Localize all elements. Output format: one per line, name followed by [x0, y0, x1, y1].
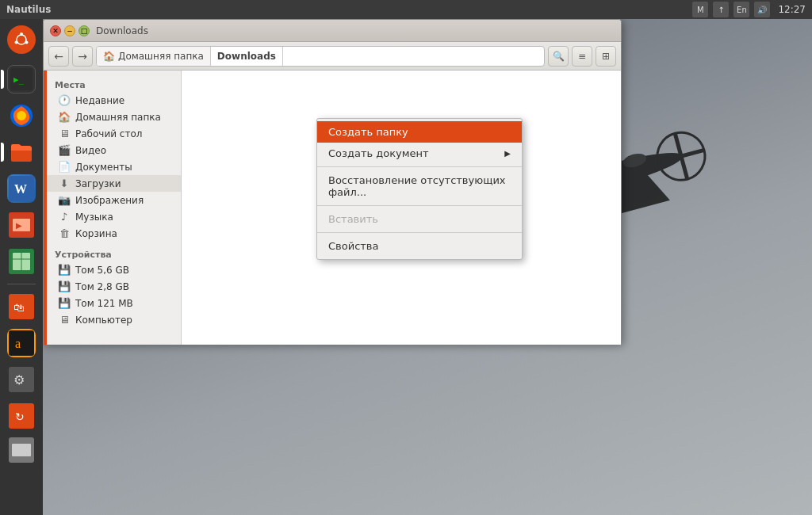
svg-point-10: [15, 41, 18, 44]
firefox-icon: [7, 101, 36, 130]
launcher-item-updater[interactable]: ↻: [4, 399, 39, 433]
minimize-button[interactable]: −: [64, 25, 75, 36]
context-separator-1: [317, 166, 522, 167]
downloads-icon: ⬇: [58, 177, 71, 189]
files-icon: [7, 138, 36, 166]
home-breadcrumb-label: Домашняя папка: [118, 51, 204, 62]
home-icon: 🏠: [103, 51, 115, 62]
sidebar-item-documents-label: Документы: [75, 162, 132, 173]
context-create-document[interactable]: Создать документ ▶: [317, 143, 522, 164]
svg-text:▶: ▶: [16, 221, 22, 230]
svg-text:↻: ↻: [15, 410, 25, 423]
launcher-item-files[interactable]: [4, 135, 39, 170]
svg-text:▶_: ▶_: [13, 74, 25, 85]
content-area: Места 🕐 Недавние 🏠 Домашняя папка 🖥 Рабо…: [44, 71, 621, 345]
launcher-item-impress[interactable]: ▶: [4, 208, 39, 242]
sidebar-item-computer[interactable]: 🖥 Компьютер: [47, 311, 181, 328]
sidebar-item-recent[interactable]: 🕐 Недавние: [47, 92, 181, 109]
sidebar-item-vol1[interactable]: 💾 Том 5,6 GB: [47, 261, 181, 278]
sidebar-item-vol3[interactable]: 💾 Том 121 MB: [47, 295, 181, 311]
titlebar: ✕ − □ Downloads: [44, 20, 621, 42]
sidebar-item-downloads-label: Загрузки: [75, 178, 121, 189]
search-button[interactable]: 🔍: [548, 46, 569, 67]
list-view-button[interactable]: ≡: [572, 46, 592, 67]
sidebar-item-vol2-label: Том 2,8 GB: [75, 281, 129, 292]
launcher-item-calc[interactable]: [4, 244, 39, 279]
context-restore-files-label: Восстановление отсутствующих файл...: [328, 174, 511, 198]
svg-text:a: a: [15, 337, 21, 350]
context-create-folder[interactable]: Создать папку: [317, 121, 522, 143]
launcher-item-tools[interactable]: ⚙: [4, 362, 39, 397]
videos-icon: 🎬: [58, 144, 71, 156]
trash-icon: 🗑: [58, 227, 71, 239]
maximize-button[interactable]: □: [79, 25, 90, 36]
launcher-divider: [7, 284, 36, 284]
forward-button[interactable]: →: [72, 46, 93, 67]
grid-view-button[interactable]: ⊞: [596, 46, 616, 67]
svg-text:⚙: ⚙: [13, 372, 25, 387]
sidebar-item-home-label: Домашняя папка: [75, 112, 161, 123]
svg-point-11: [25, 41, 29, 44]
context-properties-label: Свойства: [328, 240, 379, 252]
sidebar-item-videos-label: Видео: [75, 145, 106, 156]
svg-text:W: W: [14, 182, 27, 196]
messaging-icon[interactable]: M: [692, 2, 708, 17]
context-properties[interactable]: Свойства: [317, 235, 522, 257]
launcher-item-appcenter[interactable]: 🛍: [4, 289, 39, 324]
svg-rect-35: [12, 444, 31, 456]
documents-icon: 📄: [58, 161, 71, 173]
sidebar-item-pictures-label: Изображения: [75, 195, 144, 206]
sidebar: Места 🕐 Недавние 🏠 Домашняя папка 🖥 Рабо…: [47, 71, 182, 345]
sidebar-item-music[interactable]: ♪ Музыка: [47, 208, 181, 225]
launcher-item-ubuntu[interactable]: [4, 22, 39, 57]
sidebar-item-pictures[interactable]: 📷 Изображения: [47, 192, 181, 208]
sidebar-item-trash-label: Корзина: [75, 228, 117, 239]
context-separator-2: [317, 205, 522, 206]
launcher-item-amazon[interactable]: a: [4, 326, 39, 360]
sidebar-item-videos[interactable]: 🎬 Видео: [47, 142, 181, 158]
desktop-icon: 🖥: [58, 128, 71, 139]
home-sidebar-icon: 🏠: [58, 111, 71, 123]
sidebar-item-documents[interactable]: 📄 Документы: [47, 158, 181, 175]
app-menu-label[interactable]: Nautilus: [6, 4, 51, 15]
back-button[interactable]: ←: [48, 46, 69, 67]
tools-icon: ⚙: [7, 365, 36, 394]
sidebar-item-vol2[interactable]: 💾 Том 2,8 GB: [47, 278, 181, 295]
svg-point-15: [17, 111, 26, 120]
pictures-icon: 📷: [58, 194, 71, 206]
file-view[interactable]: Создать папку Создать документ ▶ Восстан…: [182, 71, 621, 345]
system-tray: M ↑ En 🔊 12:27: [692, 2, 806, 17]
launcher-item-writer[interactable]: W: [4, 171, 39, 206]
keyboard-icon[interactable]: En: [733, 2, 749, 17]
launcher-item-terminal[interactable]: ▶_: [4, 62, 39, 97]
launcher-item-firefox[interactable]: [4, 98, 39, 133]
vol1-icon: 💾: [58, 264, 71, 276]
top-panel: Nautilus M ↑ En 🔊 12:27: [0, 0, 812, 19]
context-create-document-arrow: ▶: [504, 149, 511, 158]
terminal-icon: ▶_: [7, 65, 36, 93]
current-folder-breadcrumb[interactable]: Downloads: [211, 47, 283, 66]
sidebar-item-recent-label: Недавние: [75, 95, 124, 106]
clock[interactable]: 12:27: [778, 4, 806, 15]
sidebar-item-home[interactable]: 🏠 Домашняя папка: [47, 109, 181, 125]
sidebar-item-computer-label: Компьютер: [75, 315, 132, 326]
sidebar-item-music-label: Музыка: [75, 212, 113, 223]
window-controls: ✕ − □: [50, 25, 90, 36]
sidebar-item-desktop[interactable]: 🖥 Рабочий стол: [47, 125, 181, 142]
context-restore-files[interactable]: Восстановление отсутствующих файл...: [317, 170, 522, 203]
close-button[interactable]: ✕: [50, 25, 61, 36]
volume-icon[interactable]: 🔊: [754, 2, 770, 17]
calc-icon: [7, 247, 36, 276]
home-breadcrumb[interactable]: 🏠 Домашняя папка: [97, 47, 211, 66]
sidebar-item-desktop-label: Рабочий стол: [75, 128, 142, 139]
sidebar-item-trash[interactable]: 🗑 Корзина: [47, 225, 181, 242]
window-title: Downloads: [96, 25, 148, 36]
sidebar-item-downloads[interactable]: ⬇ Загрузки: [47, 175, 181, 192]
context-menu: Создать папку Создать документ ▶ Восстан…: [316, 118, 523, 260]
launcher-item-filemanager-bottom[interactable]: [4, 433, 39, 467]
sidebar-item-vol1-label: Том 5,6 GB: [75, 265, 129, 276]
network-icon[interactable]: ↑: [713, 2, 729, 17]
impress-icon: ▶: [7, 211, 36, 239]
vol3-icon: 💾: [58, 297, 71, 309]
music-icon: ♪: [58, 211, 71, 223]
